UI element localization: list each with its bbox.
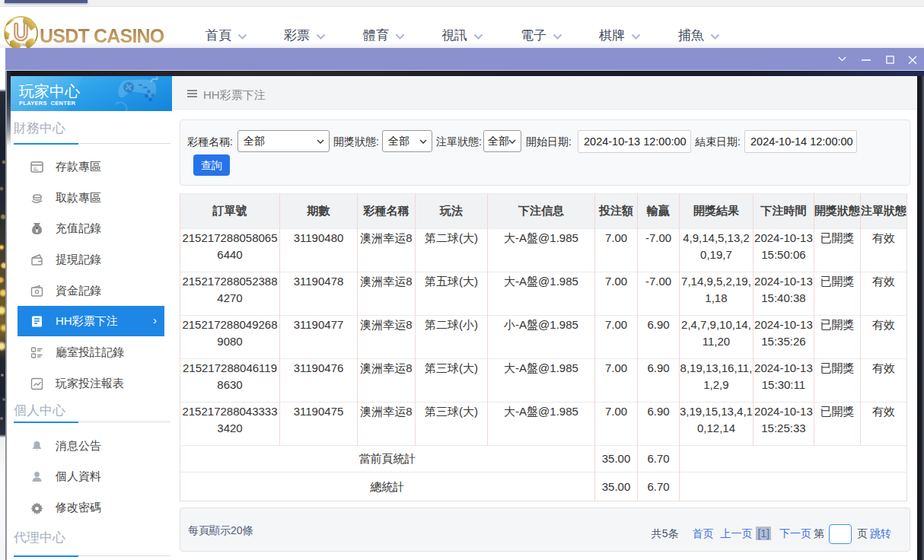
svg-text:CASINO: CASINO — [14, 43, 29, 47]
